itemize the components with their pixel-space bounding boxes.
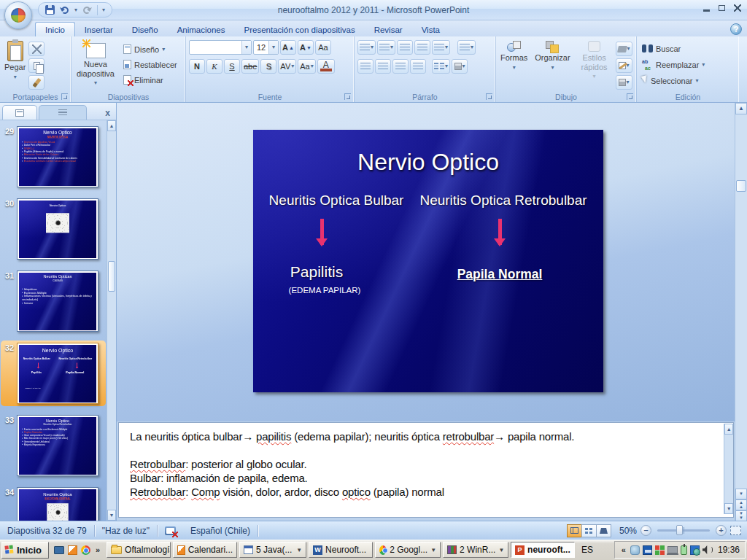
scrollbar-thumb[interactable] [736,180,746,192]
bullets-button[interactable]: ▾ [357,40,376,55]
quick-launch-chevron[interactable]: » [94,545,101,554]
network-icon[interactable] [690,545,700,555]
display-settings-icon[interactable] [667,546,678,553]
task-powerpoint-active[interactable]: neurooft... [511,542,575,558]
shapes-button[interactable]: Formas ▾ [498,39,530,90]
next-slide-button[interactable]: ▼▼ [735,510,747,521]
fit-to-window-icon[interactable] [730,526,741,535]
shrink-font-button[interactable]: A▼ [298,40,314,55]
parrafo-dialog-launcher[interactable] [486,93,492,100]
previous-slide-button[interactable]: ▲▲ [735,499,747,510]
zoom-level[interactable]: 50% [619,526,637,536]
increase-indent-button[interactable] [414,40,430,55]
slide-thumbnail-33[interactable]: 33 Nervio Optico Neuritis Optica Retrobu… [1,413,106,478]
underline-button[interactable]: S [224,59,240,74]
cut-button[interactable] [28,42,44,56]
quick-styles-button[interactable]: Estilos rápidos ▾ [575,39,614,90]
line-spacing-button[interactable]: ▾ [432,40,450,55]
delete-slide-button[interactable]: Eliminar [121,73,179,87]
tab-esquema-view[interactable] [39,105,87,120]
slide-right-result[interactable]: Papila Normal [457,267,543,282]
slide-canvas[interactable]: Nervio Optico Neuritis Optica Bulbar Neu… [253,130,603,392]
tab-inicio[interactable]: Inicio [35,22,75,36]
scroll-up-icon[interactable]: ▲ [724,424,733,435]
task-winrar-group[interactable]: 2 WinR... ▼ [443,542,508,558]
fuente-dialog-launcher[interactable] [344,93,351,100]
copy-button[interactable] [28,58,44,73]
justify-button[interactable] [410,59,426,74]
power-plug-icon[interactable] [681,545,687,555]
paste-button[interactable]: Pegar ▾ [1,39,28,90]
chrome-icon[interactable] [81,545,90,555]
slide-thumbnail-30[interactable]: 30 Nervio Optico [1,196,106,262]
antivirus-icon[interactable] [655,545,665,555]
align-center-button[interactable] [375,59,391,74]
scroll-up-icon[interactable]: ▲ [107,120,116,131]
new-slide-button[interactable]: Nueva diapositiva ▾ [73,39,118,88]
tab-animaciones[interactable]: Animaciones [168,23,235,36]
scroll-down-icon[interactable]: ▼ [107,510,116,521]
zoom-in-button[interactable]: + [716,525,727,536]
chevron-down-icon[interactable]: ▾ [268,41,278,54]
bold-button[interactable]: N [189,59,205,74]
close-icon[interactable] [734,4,741,12]
grow-font-button[interactable]: A▲ [280,40,296,55]
slide-thumbnail-29[interactable]: 29 Nervio Optico NEURITIS OPTICA Disminu… [1,124,106,190]
layout-button[interactable]: Diseño▾ [121,42,179,56]
task-java-group[interactable]: 5 Java(... ▼ [239,542,306,558]
tray-chevron[interactable]: « [620,545,627,554]
thumbnails-scrollbar[interactable]: ▲ ▼ [107,120,116,521]
shape-effects-button[interactable]: ▾ [616,75,632,90]
columns-button[interactable]: ▾ [432,59,450,74]
slide-sorter-button[interactable] [581,524,597,537]
lan-status-icon[interactable] [643,545,652,555]
slide-counter[interactable]: Diapositiva 32 de 79 [0,521,94,540]
text-direction-button[interactable]: ▾ [457,40,476,55]
character-spacing-button[interactable]: AV▾ [278,59,296,74]
font-color-button[interactable]: A [317,59,335,74]
tray-app-icon[interactable] [630,545,640,555]
tab-diapositivas-view[interactable] [2,105,37,120]
align-left-button[interactable] [357,59,374,74]
restore-icon[interactable] [719,5,725,11]
reset-slide-button[interactable]: Restablecer [121,58,179,71]
minimize-icon[interactable] [703,9,710,12]
change-case-button[interactable]: Aa▾ [298,59,315,74]
task-oftalmologia[interactable]: Oftalmología [107,542,171,558]
clock[interactable]: 19:36 [716,545,740,555]
spellcheck-status[interactable] [158,521,183,540]
tab-diseno[interactable]: Diseño [123,23,168,36]
font-name-combo[interactable]: ▾ [189,40,252,55]
shape-outline-button[interactable]: ▾ [616,58,632,73]
numbering-button[interactable]: ▾ [377,40,395,55]
slideshow-button[interactable] [596,524,611,537]
language-indicator[interactable]: ES [577,545,597,555]
slide-thumbnail-32-selected[interactable]: 32 Nervio Optico Neuritis Optica Bulbar … [1,341,106,406]
slide-workspace[interactable]: Nervio Optico Neuritis Optica Bulbar Neu… [117,103,747,421]
portapapeles-dialog-launcher[interactable] [61,93,68,100]
slide-thumbnail-34[interactable]: 34 Neuritis Optica ESCOTOMA CENTRAL [1,485,106,521]
select-button[interactable]: Seleccionar▾ [640,74,736,88]
slide-right-header[interactable]: Neuritis Optica Retrobulbar [419,192,587,209]
scroll-down-icon[interactable]: ▼ [724,503,733,514]
task-google-group[interactable]: 2 Googl... ▼ [375,542,441,558]
scroll-down-icon[interactable]: ▼ [735,489,747,499]
start-button[interactable]: Inicio [1,542,49,559]
chevron-down-icon[interactable]: ▾ [241,41,251,54]
slide-left-result[interactable]: Papilitis [290,263,343,281]
normal-view-button[interactable] [567,524,582,537]
close-panel-icon[interactable]: x [101,108,114,120]
task-word-neurooft[interactable]: Neurooft... [309,542,373,558]
clear-formatting-button[interactable]: Aa [315,40,331,55]
office-button[interactable] [4,1,32,29]
find-button[interactable]: Buscar [640,42,736,55]
tab-vista[interactable]: Vista [412,23,449,36]
zoom-out-button[interactable]: – [640,525,651,536]
slide-title[interactable]: Nervio Optico [253,149,603,176]
notes-editor[interactable]: La neuritis óptica bulbar→ papilitis (ed… [118,422,734,518]
arrange-button[interactable]: Organizar ▾ [532,39,573,90]
zoom-slider[interactable] [657,529,710,532]
arrow-down-icon[interactable] [320,219,324,245]
zoom-slider-thumb[interactable] [676,525,683,535]
theme-name[interactable]: "Haz de luz" [95,521,157,540]
